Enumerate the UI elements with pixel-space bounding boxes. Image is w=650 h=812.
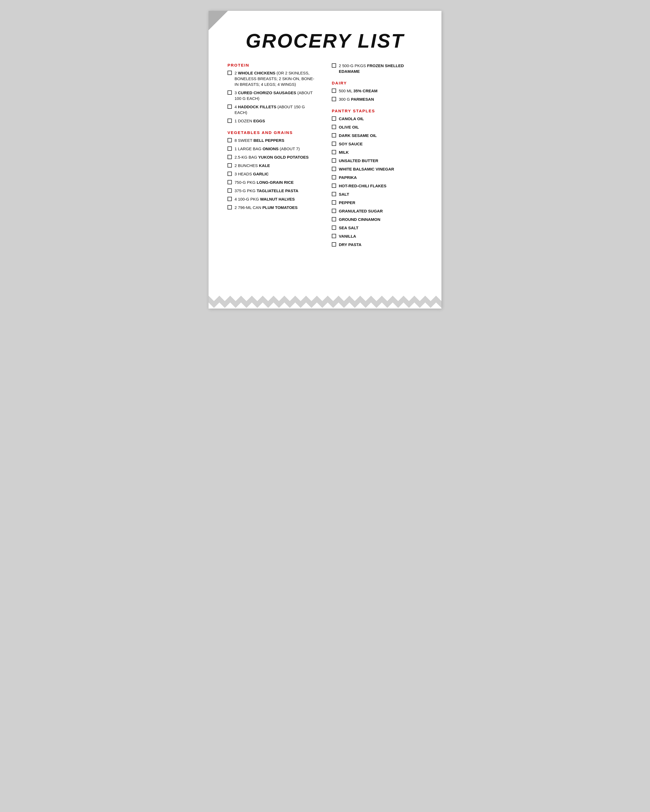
list-item: 1 DOZEN EGGS — [228, 118, 318, 124]
item-text-salt: SALT — [339, 191, 349, 197]
checkbox-hot-red-chili-flakes[interactable] — [332, 183, 336, 188]
item-text-vanilla: VANILLA — [339, 233, 356, 239]
checkbox-dark-sesame-oil[interactable] — [332, 133, 336, 137]
item-text-cream: 500 ML 35% CREAM — [339, 88, 378, 94]
checkbox-soy-sauce[interactable] — [332, 142, 336, 146]
section-title-dairy: DAIRY — [332, 81, 422, 85]
list-item: 8 SWEET BELL PEPPERS — [228, 137, 318, 143]
checkbox-pepper[interactable] — [332, 200, 336, 205]
left-column: PROTEIN2 WHOLE CHICKENS (OR 2 SKINLESS, … — [228, 63, 318, 213]
list-item: 375-G PKG TAGLIATELLE PASTA — [228, 188, 318, 194]
list-item: CANOLA OIL — [332, 116, 422, 122]
list-item: 500 ML 35% CREAM — [332, 88, 422, 94]
list-item: MILK — [332, 150, 422, 155]
list-item: DRY PASTA — [332, 242, 422, 247]
list-item: OLIVE OIL — [332, 124, 422, 130]
list-item: 300 G PARMESAN — [332, 96, 422, 102]
list-item: 2.5-KG BAG YUKON GOLD POTATOES — [228, 154, 318, 160]
item-text-frozen-edamame: 2 500-G PKGS FROZEN SHELLED EDAMAME — [339, 63, 422, 74]
checkbox-ground-cinnamon[interactable] — [332, 217, 336, 221]
list-item: 2 BUNCHES KALE — [228, 163, 318, 168]
checkbox-eggs[interactable] — [228, 119, 232, 123]
section-title-pantry: PANTRY STAPLES — [332, 108, 422, 113]
list-item: SOY SAUCE — [332, 141, 422, 147]
item-text-granulated-sugar: GRANULATED SUGAR — [339, 208, 383, 214]
item-text-sea-salt: SEA SALT — [339, 225, 359, 230]
list-item: PAPRIKA — [332, 175, 422, 180]
section-title-protein: PROTEIN — [228, 63, 318, 67]
item-text-potatoes: 2.5-KG BAG YUKON GOLD POTATOES — [234, 154, 309, 160]
list-item: WHITE BALSAMIC VINEGAR — [332, 166, 422, 172]
right-column: 2 500-G PKGS FROZEN SHELLED EDAMAMEDAIRY… — [332, 63, 422, 250]
item-text-rice: 750-G PKG LONG-GRAIN RICE — [234, 179, 294, 185]
content-columns: PROTEIN2 WHOLE CHICKENS (OR 2 SKINLESS, … — [228, 63, 422, 250]
checkbox-kale[interactable] — [228, 163, 232, 168]
checkbox-whole-chickens[interactable] — [228, 71, 232, 75]
list-item: VANILLA — [332, 233, 422, 239]
item-text-plum-tomatoes: 2 796-ML CAN PLUM TOMATOES — [234, 205, 298, 210]
item-text-dry-pasta: DRY PASTA — [339, 242, 362, 247]
checkbox-onions[interactable] — [228, 147, 232, 151]
item-text-hot-red-chili-flakes: HOT-RED-CHILI FLAKES — [339, 183, 387, 189]
item-text-cured-chorizo: 3 CURED CHORIZO SAUSAGES (ABOUT 100 G EA… — [234, 90, 318, 101]
list-item: GRANULATED SUGAR — [332, 208, 422, 214]
checkbox-frozen-edamame[interactable] — [332, 63, 336, 68]
item-text-haddock-fillets: 4 HADDOCK FILLETS (ABOUT 150 G EACH) — [234, 104, 318, 115]
list-item: 2 796-ML CAN PLUM TOMATOES — [228, 205, 318, 210]
checkbox-bell-peppers[interactable] — [228, 138, 232, 142]
item-text-whole-chickens: 2 WHOLE CHICKENS (OR 2 SKINLESS, BONELES… — [234, 70, 318, 87]
item-text-tagliatelle: 375-G PKG TAGLIATELLE PASTA — [234, 188, 298, 194]
checkbox-dry-pasta[interactable] — [332, 242, 336, 247]
checkbox-vanilla[interactable] — [332, 234, 336, 238]
list-item: 2 WHOLE CHICKENS (OR 2 SKINLESS, BONELES… — [228, 70, 318, 87]
list-item: GROUND CINNAMON — [332, 217, 422, 222]
checkbox-sea-salt[interactable] — [332, 226, 336, 230]
checkbox-parmesan[interactable] — [332, 97, 336, 101]
checkbox-potatoes[interactable] — [228, 155, 232, 159]
checkbox-white-balsamic-vinegar[interactable] — [332, 167, 336, 171]
item-text-onions: 1 LARGE BAG ONIONS (ABOUT 7) — [234, 146, 300, 151]
item-text-kale: 2 BUNCHES KALE — [234, 163, 270, 168]
item-text-dark-sesame-oil: DARK SESAME OIL — [339, 133, 377, 138]
checkbox-olive-oil[interactable] — [332, 125, 336, 129]
item-text-walnut-halves: 4 100-G PKG WALNUT HALVES — [234, 196, 295, 202]
checkbox-paprika[interactable] — [332, 175, 336, 179]
checkbox-cured-chorizo[interactable] — [228, 90, 232, 95]
checkbox-walnut-halves[interactable] — [228, 197, 232, 201]
checkbox-granulated-sugar[interactable] — [332, 209, 336, 213]
checkbox-salt[interactable] — [332, 192, 336, 196]
checkbox-unsalted-butter[interactable] — [332, 158, 336, 163]
list-item: SEA SALT — [332, 225, 422, 230]
section-title-vegetables-grains: VEGETABLES AND GRAINS — [228, 130, 318, 135]
item-text-soy-sauce: SOY SAUCE — [339, 141, 362, 147]
checkbox-canola-oil[interactable] — [332, 116, 336, 121]
item-text-pepper: PEPPER — [339, 200, 355, 205]
grocery-list-page: GROCERY LIST PROTEIN2 WHOLE CHICKENS (OR… — [208, 11, 442, 308]
checkbox-plum-tomatoes[interactable] — [228, 205, 232, 209]
list-item: 4 100-G PKG WALNUT HALVES — [228, 196, 318, 202]
checkbox-rice[interactable] — [228, 180, 232, 184]
item-text-milk: MILK — [339, 150, 349, 155]
item-text-canola-oil: CANOLA OIL — [339, 116, 364, 122]
item-text-olive-oil: OLIVE OIL — [339, 124, 359, 130]
item-text-bell-peppers: 8 SWEET BELL PEPPERS — [234, 137, 284, 143]
item-text-eggs: 1 DOZEN EGGS — [234, 118, 265, 124]
checkbox-garlic[interactable] — [228, 172, 232, 176]
list-item: PEPPER — [332, 200, 422, 205]
list-item: 2 500-G PKGS FROZEN SHELLED EDAMAME — [332, 63, 422, 74]
list-item: HOT-RED-CHILI FLAKES — [332, 183, 422, 189]
list-item: UNSALTED BUTTER — [332, 158, 422, 163]
list-item: DARK SESAME OIL — [332, 133, 422, 138]
checkbox-cream[interactable] — [332, 89, 336, 93]
item-text-white-balsamic-vinegar: WHITE BALSAMIC VINEGAR — [339, 166, 394, 172]
page-title: GROCERY LIST — [228, 27, 422, 52]
item-text-unsalted-butter: UNSALTED BUTTER — [339, 158, 378, 163]
list-item: 3 HEADS GARLIC — [228, 171, 318, 177]
item-text-paprika: PAPRIKA — [339, 175, 357, 180]
checkbox-milk[interactable] — [332, 150, 336, 154]
list-item: 750-G PKG LONG-GRAIN RICE — [228, 179, 318, 185]
checkbox-tagliatelle[interactable] — [228, 188, 232, 193]
list-item: 1 LARGE BAG ONIONS (ABOUT 7) — [228, 146, 318, 151]
checkbox-haddock-fillets[interactable] — [228, 104, 232, 109]
item-text-parmesan: 300 G PARMESAN — [339, 96, 374, 102]
